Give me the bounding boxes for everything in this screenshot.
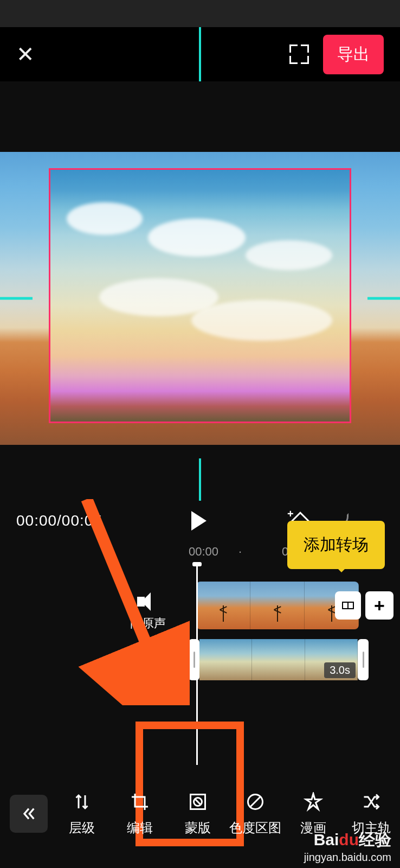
tool-mask[interactable]: 蒙版 [172,791,224,837]
ruler-mark: 00:00 [189,545,218,559]
tool-level[interactable]: 层级 [56,791,108,837]
level-icon [71,791,93,813]
tool-label: 色度区图 [229,819,281,837]
video-preview[interactable] [0,152,400,445]
status-bar [0,0,400,27]
mute-original-audio[interactable]: 闭原声 [130,592,166,631]
chroma-icon [244,791,266,813]
tool-label: 层级 [69,819,95,837]
overlay-track-clip[interactable]: 3.0s [189,639,369,680]
overlay-clip-frame[interactable] [49,168,351,423]
clip-handle-left[interactable] [189,639,199,680]
tool-chroma[interactable]: 色度区图 [229,791,281,837]
preview-playhead [199,27,201,81]
clip-handle-right[interactable] [358,639,369,680]
transition-tooltip: 添加转场 [287,521,385,569]
tool-label: 编辑 [127,819,153,837]
time-display: 00:00/00:05 [16,512,102,529]
export-button[interactable]: 导出 [323,35,384,74]
comic-icon [302,791,324,813]
shuffle-icon [360,791,382,813]
tool-edit[interactable]: 编辑 [114,791,166,837]
toolbar-back-button[interactable] [10,795,48,833]
ruler-dot: · [238,545,242,559]
add-clip-button[interactable]: + [365,591,393,620]
timeline-playhead[interactable] [196,564,198,765]
tool-label: 蒙版 [185,819,211,837]
svg-rect-1 [348,602,353,609]
svg-line-5 [195,799,201,805]
mini-playhead [199,458,201,501]
tooltip-text: 添加转场 [304,535,369,553]
play-button[interactable] [191,511,207,531]
fullscreen-icon[interactable] [289,44,309,64]
main-track-clip[interactable] [196,582,359,629]
svg-line-7 [250,796,261,808]
crop-icon [129,791,151,813]
close-icon[interactable]: ✕ [16,42,35,67]
crop-handle-left[interactable] [0,297,33,300]
crop-handle-right[interactable] [367,297,400,300]
tool-switch-main[interactable]: 切主轨 [345,791,397,837]
clip-duration-badge: 3.0s [324,662,356,678]
bottom-toolbar: 层级 编辑 蒙版 色度区图 [0,781,400,846]
transition-button[interactable] [335,591,361,620]
speaker-icon [137,592,159,611]
mask-icon [187,791,209,813]
svg-rect-0 [343,602,348,609]
tool-comic[interactable]: 漫画 [287,791,339,837]
tool-label: 漫画 [300,819,326,837]
tool-label: 切主轨 [352,819,391,837]
audio-label: 闭原声 [130,615,166,631]
